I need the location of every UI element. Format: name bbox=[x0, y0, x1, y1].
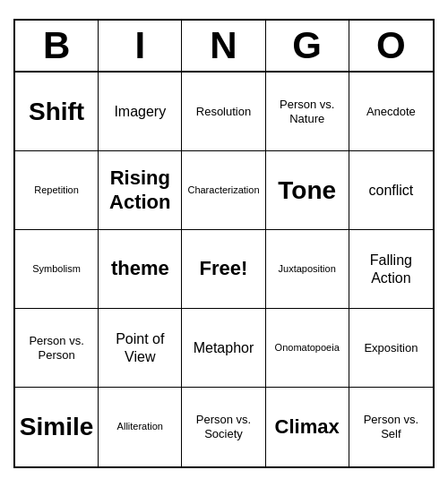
bingo-cell[interactable]: Person vs. Society bbox=[182, 388, 265, 466]
bingo-cell[interactable]: Point of View bbox=[99, 309, 182, 388]
bingo-cell[interactable]: Symbolism bbox=[15, 230, 99, 309]
bingo-cell[interactable]: Repetition bbox=[15, 151, 99, 230]
bingo-cell[interactable]: conflict bbox=[349, 151, 433, 230]
bingo-cell[interactable]: Exposition bbox=[349, 309, 433, 388]
bingo-cell[interactable]: Resolution bbox=[182, 73, 265, 151]
bingo-cell[interactable]: Tone bbox=[266, 151, 349, 230]
header-letter: O bbox=[349, 21, 433, 71]
bingo-cell[interactable]: theme bbox=[99, 230, 182, 309]
bingo-cell[interactable]: Person vs. Nature bbox=[266, 73, 349, 151]
header-letter: B bbox=[15, 21, 99, 71]
bingo-cell[interactable]: Juxtaposition bbox=[266, 230, 349, 309]
bingo-header: BINGO bbox=[15, 21, 433, 73]
bingo-cell[interactable]: Metaphor bbox=[182, 309, 265, 388]
bingo-cell[interactable]: Simile bbox=[15, 388, 99, 466]
bingo-cell[interactable]: Free! bbox=[182, 230, 265, 309]
bingo-cell[interactable]: Alliteration bbox=[99, 388, 182, 466]
header-letter: G bbox=[266, 21, 349, 71]
bingo-cell[interactable]: Person vs. Self bbox=[349, 388, 433, 466]
bingo-cell[interactable]: Shift bbox=[15, 73, 99, 151]
bingo-cell[interactable]: Characterization bbox=[182, 151, 265, 230]
bingo-cell[interactable]: Rising Action bbox=[99, 151, 182, 230]
bingo-grid: ShiftImageryResolutionPerson vs. NatureA… bbox=[15, 73, 433, 466]
header-letter: N bbox=[182, 21, 265, 71]
bingo-card: BINGO ShiftImageryResolutionPerson vs. N… bbox=[13, 19, 435, 468]
bingo-cell[interactable]: Falling Action bbox=[349, 230, 433, 309]
bingo-cell[interactable]: Anecdote bbox=[349, 73, 433, 151]
bingo-cell[interactable]: Onomatopoeia bbox=[266, 309, 349, 388]
bingo-cell[interactable]: Person vs. Person bbox=[15, 309, 99, 388]
header-letter: I bbox=[99, 21, 182, 71]
bingo-cell[interactable]: Imagery bbox=[99, 73, 182, 151]
bingo-cell[interactable]: Climax bbox=[266, 388, 349, 466]
